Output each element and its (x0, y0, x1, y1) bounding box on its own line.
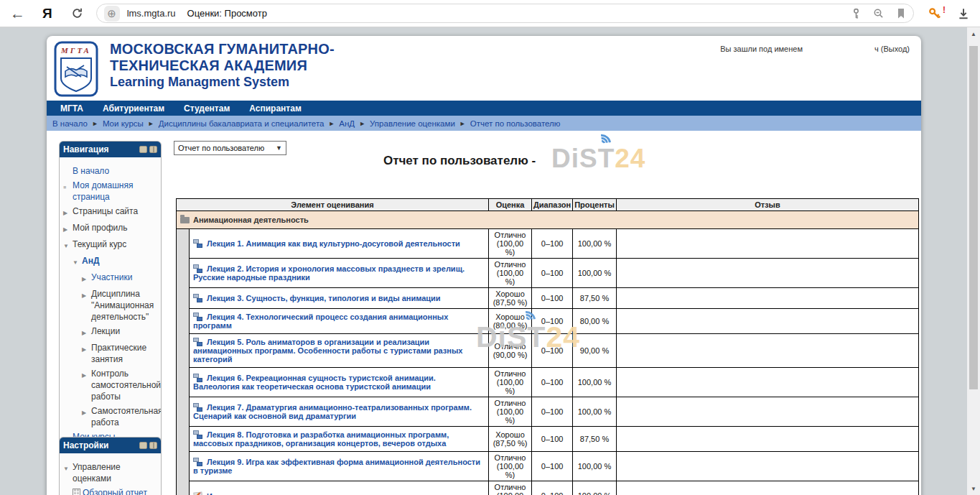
nav-item-3[interactable]: Аспирантам (249, 103, 302, 114)
collapsed-arrow-icon[interactable] (82, 288, 91, 323)
collapsed-arrow-icon[interactable] (82, 325, 91, 339)
feedback-cell (616, 288, 918, 309)
grade-cell: Отлично (100,00 %) (489, 481, 532, 495)
collapsed-arrow-icon[interactable] (63, 222, 73, 236)
yandex-browser-icon[interactable]: Я (42, 6, 52, 22)
percent-cell: 100,00 % (573, 229, 617, 259)
address-bar[interactable]: ⊕ lms.mgta.ru Оценки: Просмотр (96, 4, 914, 23)
nav-tree-link-11[interactable]: Самостоятельная работа (91, 405, 162, 428)
grade-item-link[interactable]: Лекция 1. Анимация как вид культурно-дос… (207, 239, 460, 248)
nav-tree-item-9: Практические занятия (63, 342, 159, 365)
feedback-cell (616, 452, 918, 481)
zoom-magnifier-icon[interactable] (873, 8, 885, 19)
settings-tree-link-1[interactable]: Обзорный отчет (83, 487, 147, 495)
grade-item-link[interactable]: Лекция 7. Драматургия анимационно-театра… (193, 403, 472, 420)
browser-page-title: Оценки: Просмотр (187, 8, 267, 19)
percent-cell: 100,00 % (573, 452, 617, 481)
grade-item-link[interactable]: Итоговое тестирование (207, 492, 299, 495)
table-row-category: Анимационная деятельность (177, 211, 919, 229)
collapsed-arrow-icon[interactable] (82, 368, 91, 402)
nav-tree-link-5[interactable]: АнД (82, 255, 99, 269)
nav-tree-link-3[interactable]: Мой профиль (73, 222, 128, 236)
nav-tree-item-2: Страницы сайта (63, 205, 159, 219)
nav-tree-link-7[interactable]: Дисциплина "Анимационная деятельность" (91, 288, 159, 323)
expanded-arrow-icon[interactable] (63, 239, 73, 252)
collapsed-arrow-icon[interactable] (63, 205, 73, 219)
settings-block-header: Настройки (60, 438, 161, 453)
nav-tree-link-10[interactable]: Контроль самостоятельной работы (91, 368, 161, 402)
grade-item-link[interactable]: Лекция 4. Технологический процесс создан… (193, 313, 448, 330)
svg-text:МГТА: МГТА (60, 46, 91, 55)
breadcrumb-item-3[interactable]: АнД (339, 119, 355, 128)
grade-item-link[interactable]: Лекция 8. Подготовка и разработка анимац… (193, 430, 449, 448)
report-type-select[interactable]: Отчет по пользователю ▼ (174, 141, 286, 155)
back-icon[interactable]: ← (10, 5, 25, 22)
nav-tree-link-2[interactable]: Страницы сайта (73, 205, 138, 219)
settings-tree-link-0[interactable]: Управление оценками (73, 461, 159, 484)
bullet-square-icon (63, 180, 73, 203)
academy-logo: МГТА (54, 41, 98, 97)
grade-item-link[interactable]: Лекция 2. История и хронология массовых … (193, 264, 465, 282)
grade-item-link[interactable]: Лекция 9. Игра как эффективная форма ани… (193, 458, 480, 475)
lms-subtitle: Learning Managment System (110, 74, 335, 91)
item-name-cell: Лекция 1. Анимация как вид культурно-дос… (190, 229, 489, 259)
select-dropdown-arrow-icon: ▼ (276, 144, 282, 152)
nav-tree-link-9[interactable]: Практические занятия (91, 342, 159, 365)
logout-link[interactable]: ч (Выход) (874, 45, 910, 53)
nav-tree-item-4: Текущий курс (63, 239, 159, 252)
item-name-cell: Лекция 8. Подготовка и разработка анимац… (190, 427, 489, 452)
download-icon[interactable] (957, 7, 970, 20)
dock-block-icon[interactable] (149, 442, 157, 449)
expanded-arrow-icon[interactable] (63, 461, 73, 484)
reload-icon[interactable] (71, 7, 83, 19)
table-row-item: Итоговое тестированиеОтлично (100,00 %)0… (177, 481, 919, 495)
scroll-down-icon[interactable]: ▼ (967, 484, 980, 494)
range-cell: 0–100 (532, 397, 573, 427)
indent-cell (177, 368, 190, 397)
grade-item-link[interactable]: Лекция 6. Рекреационная сущность туристс… (193, 374, 436, 391)
nav-tree-link-4[interactable]: Текущий курс (73, 239, 126, 252)
settings-block-title: Настройки (63, 440, 137, 450)
bookmark-icon[interactable] (896, 8, 906, 19)
breadcrumb-item-0[interactable]: В начало (52, 119, 88, 128)
scroll-up-icon[interactable]: ▲ (967, 29, 980, 39)
range-cell: 0–100 (532, 368, 573, 397)
scrollbar-thumb[interactable] (969, 46, 978, 389)
breadcrumb-item-1[interactable]: Мои курсы (103, 119, 144, 128)
table-row-item: Лекция 5. Роль аниматоров в организации … (177, 334, 919, 368)
range-cell: 0–100 (532, 481, 573, 495)
nav-tree-link-6[interactable]: Участники (91, 272, 132, 285)
expanded-arrow-icon[interactable] (73, 255, 82, 269)
nav-item-2[interactable]: Студентам (184, 103, 230, 114)
dock-block-icon[interactable] (149, 146, 157, 153)
grade-item-link[interactable]: Лекция 3. Сущность, функция, типология и… (207, 294, 441, 302)
col-header-range: Диапазон (532, 199, 573, 211)
grade-item-link[interactable]: Лекция 5. Роль аниматоров в организации … (193, 338, 463, 364)
vertical-scrollbar[interactable]: ▲ ▼ (967, 27, 980, 495)
collapsed-arrow-icon[interactable] (82, 272, 91, 285)
nav-tree-link-8[interactable]: Лекции (91, 325, 120, 339)
nav-item-1[interactable]: Абитуриентам (103, 103, 164, 114)
nav-item-0[interactable]: МГТА (60, 103, 83, 114)
range-cell: 0–100 (532, 288, 573, 309)
lesson-icon (193, 374, 203, 382)
collapsed-arrow-icon[interactable] (82, 342, 91, 365)
saved-password-alert-icon[interactable]: ! (928, 7, 941, 20)
range-cell: 0–100 (532, 259, 573, 288)
nav-tree-item-10: Контроль самостоятельной работы (63, 368, 159, 402)
password-key-icon[interactable] (851, 8, 862, 19)
nav-tree-link-1[interactable]: Моя домашняя страница (73, 180, 159, 203)
browser-toolbar: ← Я ⊕ lms.mgta.ru Оценки: Просмотр ! (0, 0, 980, 27)
breadcrumb-item-5[interactable]: Отчет по пользователю (470, 119, 561, 128)
collapse-block-icon[interactable] (139, 442, 147, 449)
indent-cell (177, 288, 190, 309)
grade-report-table: Элемент оценивания Оценка Диапазон Проце… (176, 198, 919, 495)
breadcrumb-item-4[interactable]: Управление оценками (370, 119, 455, 128)
nav-tree-link-0[interactable]: В начало (73, 165, 109, 177)
collapse-block-icon[interactable] (139, 146, 147, 153)
settings-tree: Управление оценкамиОбзорный отчетОтчет п… (60, 453, 161, 495)
col-header-percent: Проценты (573, 199, 617, 211)
collapsed-arrow-icon[interactable] (82, 405, 91, 428)
breadcrumb-item-2[interactable]: Дисциплины бакалавриата и специалитета (159, 119, 325, 128)
folder-icon (180, 217, 190, 223)
